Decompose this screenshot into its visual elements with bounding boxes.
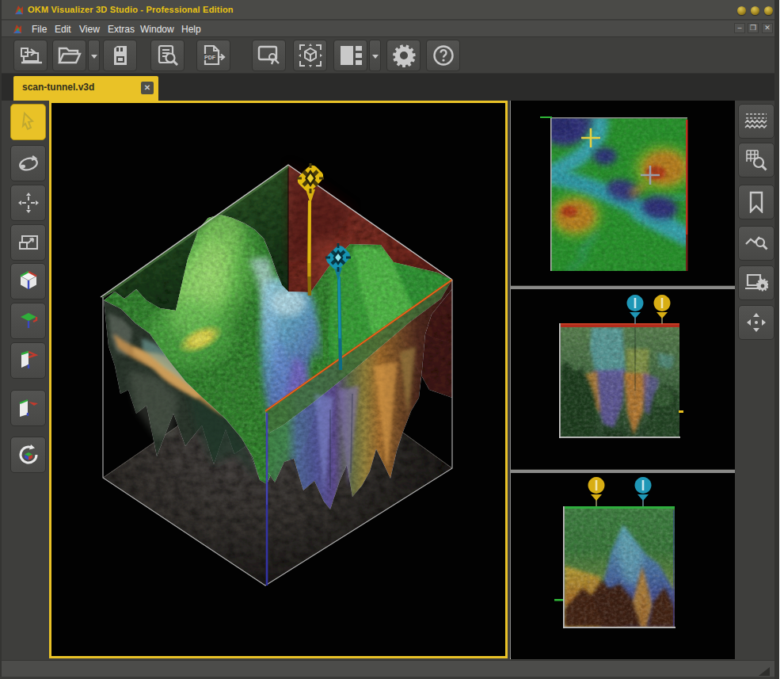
svg-text:PDF: PDF xyxy=(204,55,216,60)
